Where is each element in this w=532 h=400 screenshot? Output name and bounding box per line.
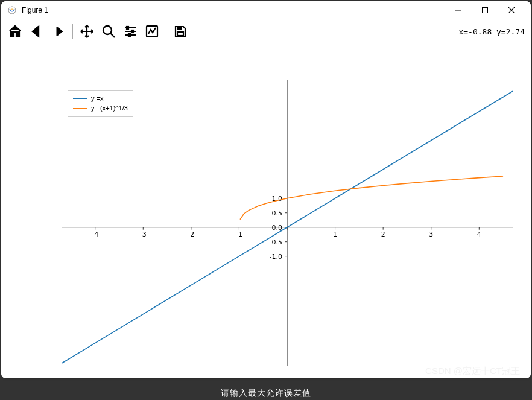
svg-text:2: 2 xyxy=(381,230,385,238)
save-button[interactable] xyxy=(170,21,191,42)
toolbar-separator xyxy=(72,24,73,39)
figure-window: Figure 1 xyxy=(1,1,531,378)
legend: y =x y =(x+1)^1/3 xyxy=(68,90,133,117)
svg-text:4: 4 xyxy=(477,230,481,238)
zoom-button[interactable] xyxy=(98,21,119,42)
svg-line-8 xyxy=(110,33,115,37)
svg-text:-4: -4 xyxy=(92,230,98,238)
svg-text:-3: -3 xyxy=(140,230,147,238)
edit-button[interactable] xyxy=(142,21,162,42)
svg-point-7 xyxy=(103,26,112,34)
svg-text:-1: -1 xyxy=(236,230,242,238)
svg-rect-2 xyxy=(483,8,488,13)
window-title: Figure 1 xyxy=(22,6,48,14)
footer-prompt: 请输入最大允许误差值 xyxy=(221,388,311,399)
toolbar-separator xyxy=(166,24,166,39)
svg-rect-14 xyxy=(128,34,130,36)
legend-swatch xyxy=(73,98,87,99)
svg-text:-1.0: -1.0 xyxy=(270,253,282,261)
toolbar: x=-0.88 y=2.74 xyxy=(1,19,531,43)
home-button[interactable] xyxy=(5,21,25,42)
plot-area[interactable]: -4-3-2-11234-1.0-0.50.00.51.0 y =x y =(x… xyxy=(1,43,531,378)
svg-text:3: 3 xyxy=(429,230,433,238)
legend-entry: y =x xyxy=(73,94,128,103)
svg-marker-6 xyxy=(57,27,63,36)
titlebar: Figure 1 xyxy=(1,1,531,19)
svg-text:0.0: 0.0 xyxy=(272,224,283,232)
svg-rect-12 xyxy=(127,27,128,29)
close-button[interactable] xyxy=(498,2,525,19)
cursor-coordinates: x=-0.88 y=2.74 xyxy=(458,27,527,36)
svg-text:-0.5: -0.5 xyxy=(270,238,282,246)
pan-button[interactable] xyxy=(77,21,97,42)
svg-rect-13 xyxy=(131,30,133,33)
svg-text:1: 1 xyxy=(333,230,337,238)
back-button[interactable] xyxy=(27,21,47,42)
legend-entry: y =(x+1)^1/3 xyxy=(73,103,128,113)
svg-text:0.5: 0.5 xyxy=(272,209,283,217)
app-icon xyxy=(7,5,17,15)
legend-swatch xyxy=(73,108,87,109)
svg-rect-17 xyxy=(177,32,183,36)
svg-point-0 xyxy=(8,7,16,14)
minimize-button[interactable] xyxy=(445,2,472,19)
svg-text:-2: -2 xyxy=(188,230,194,238)
legend-label: y =x xyxy=(91,94,103,103)
legend-label: y =(x+1)^1/3 xyxy=(91,103,128,113)
maximize-button[interactable] xyxy=(472,2,498,19)
configure-button[interactable] xyxy=(120,21,141,42)
svg-rect-16 xyxy=(177,27,182,30)
forward-button[interactable] xyxy=(48,21,69,42)
